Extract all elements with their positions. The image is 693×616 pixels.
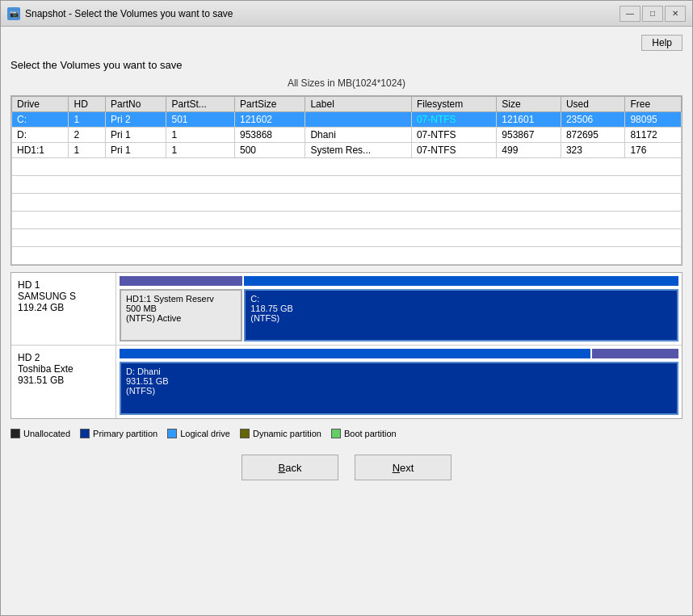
maximize-button[interactable]: □ xyxy=(642,6,663,22)
cell-size: 499 xyxy=(497,143,561,158)
hd2-sec-bar xyxy=(592,349,678,358)
hd2-main-bar xyxy=(120,349,590,358)
hd1-sys-bar xyxy=(120,276,242,286)
cell-label: System Res... xyxy=(305,143,411,158)
col-hd: HD xyxy=(69,97,105,112)
disk-row-hd1: HD 1 SAMSUNG S 119.24 GB HD1:1 System Re… xyxy=(11,273,682,346)
legend-label-primary: Primary partition xyxy=(93,429,158,438)
cell-partst: 501 xyxy=(166,112,234,128)
partition-system-res[interactable]: HD1:1 System Reserv 500 MB (NTFS) Active xyxy=(120,289,242,342)
cell-free: 176 xyxy=(625,143,682,158)
cell-drive: HD1:1 xyxy=(12,143,69,158)
cell-used: 323 xyxy=(561,143,625,158)
disk-partitions-hd2: D: Dhani 931.51 GB (NTFS) xyxy=(116,346,682,418)
legend-box-dynamic xyxy=(240,429,250,438)
disk-map: HD 1 SAMSUNG S 119.24 GB HD1:1 System Re… xyxy=(10,272,682,419)
table-row-empty xyxy=(12,158,682,176)
help-button[interactable]: Help xyxy=(641,35,682,51)
back-label: Back xyxy=(279,462,302,474)
window-title: Snapshot - Select the Volumes you want t… xyxy=(25,8,233,19)
close-button[interactable]: ✕ xyxy=(665,6,686,22)
disk-label-hd1: HD 1 SAMSUNG S 119.24 GB xyxy=(11,273,116,345)
cell-label xyxy=(305,112,411,128)
cell-size: 121601 xyxy=(497,112,561,128)
cell-size: 953867 xyxy=(497,128,561,143)
disk-label-hd2: HD 2 Toshiba Exte 931.51 GB xyxy=(11,346,116,418)
legend-primary: Primary partition xyxy=(80,429,158,438)
legend: Unallocated Primary partition Logical dr… xyxy=(10,425,682,442)
table-row-empty xyxy=(12,194,682,212)
disk-partitions-hd1: HD1:1 System Reserv 500 MB (NTFS) Active… xyxy=(116,273,682,345)
legend-label-boot: Boot partition xyxy=(344,429,397,438)
disk-row-hd2: HD 2 Toshiba Exte 931.51 GB D: Dhani 931 xyxy=(11,346,682,418)
col-label: Label xyxy=(305,97,411,112)
table-row[interactable]: HD1:1 1 Pri 1 1 500 System Res... 07-NTF… xyxy=(12,143,682,158)
col-size: Size xyxy=(497,97,561,112)
legend-boot: Boot partition xyxy=(331,429,397,438)
cell-drive: D: xyxy=(12,128,69,143)
cell-used: 872695 xyxy=(561,128,625,143)
disk-model-hd2: Toshiba Exte xyxy=(18,363,109,375)
legend-label-dynamic: Dynamic partition xyxy=(253,429,321,438)
table-row-empty xyxy=(12,247,682,265)
main-window: 📷 Snapshot - Select the Volumes you want… xyxy=(0,0,693,616)
partition-fs-c: (NTFS) xyxy=(250,313,672,323)
hd1-c-bar xyxy=(244,276,678,286)
volumes-table: Drive HD PartNo PartSt... PartSize Label… xyxy=(11,96,682,265)
cell-hd: 1 xyxy=(69,112,105,128)
table-row-empty xyxy=(12,229,682,247)
legend-logical: Logical drive xyxy=(167,429,230,438)
hd1-partition-details: HD1:1 System Reserv 500 MB (NTFS) Active… xyxy=(120,289,678,342)
legend-box-logical xyxy=(167,429,177,438)
disk-size-hd1: 119.24 GB xyxy=(18,302,109,313)
disk-name-hd1: HD 1 xyxy=(18,279,109,291)
window-content: Help Select the Volumes you want to save… xyxy=(1,27,692,615)
cell-label: Dhani xyxy=(305,128,411,143)
minimize-button[interactable]: — xyxy=(620,6,640,22)
next-button[interactable]: Next xyxy=(355,455,452,480)
partition-name-c: C: xyxy=(250,294,672,304)
table-row[interactable]: C: 1 Pri 2 501 121602 07-NTFS 121601 235… xyxy=(12,112,682,128)
col-free: Free xyxy=(625,97,682,112)
cell-filesystem: 07-NTFS xyxy=(411,143,496,158)
cell-filesystem: 07-NTFS xyxy=(411,128,496,143)
partition-name-d: D: Dhani xyxy=(126,367,672,376)
legend-box-boot xyxy=(331,429,341,438)
legend-label-logical: Logical drive xyxy=(180,429,230,438)
volumes-table-container: Drive HD PartNo PartSt... PartSize Label… xyxy=(10,95,682,266)
next-label: Next xyxy=(393,462,414,474)
partition-d-drive[interactable]: D: Dhani 931.51 GB (NTFS) xyxy=(120,362,678,415)
back-button[interactable]: Back xyxy=(242,455,338,480)
title-bar-left: 📷 Snapshot - Select the Volumes you want… xyxy=(7,7,233,20)
cell-free: 98095 xyxy=(625,112,682,128)
page-subtitle: Select the Volumes you want to save xyxy=(10,59,682,71)
col-partno: PartNo xyxy=(105,97,166,112)
disk-model-hd1: SAMSUNG S xyxy=(18,291,109,302)
hd2-partition-details: D: Dhani 931.51 GB (NTFS) xyxy=(120,362,678,415)
disk-size-hd2: 931.51 GB xyxy=(18,375,109,386)
partition-fs-d: (NTFS) xyxy=(126,386,672,396)
legend-unallocated: Unallocated xyxy=(10,429,70,438)
col-partst: PartSt... xyxy=(166,97,234,112)
legend-box-unallocated xyxy=(10,429,20,438)
partition-size-sysres: 500 MB xyxy=(126,304,236,313)
partition-name-sysres: HD1:1 System Reserv xyxy=(126,294,236,304)
sizes-label: All Sizes in MB(1024*1024) xyxy=(10,78,682,89)
cell-filesystem: 07-NTFS xyxy=(411,112,496,128)
table-header-row: Drive HD PartNo PartSt... PartSize Label… xyxy=(12,97,682,112)
app-icon: 📷 xyxy=(7,7,20,20)
cell-partsize: 121602 xyxy=(234,112,304,128)
legend-box-primary xyxy=(80,429,90,438)
legend-dynamic: Dynamic partition xyxy=(240,429,321,438)
cell-hd: 1 xyxy=(69,143,105,158)
partition-c-drive[interactable]: C: 118.75 GB (NTFS) xyxy=(244,289,678,342)
title-controls: — □ ✕ xyxy=(620,6,686,22)
help-row: Help xyxy=(10,35,682,51)
col-used: Used xyxy=(561,97,625,112)
cell-hd: 2 xyxy=(69,128,105,143)
partition-fs-sysres: (NTFS) Active xyxy=(126,313,236,323)
col-partsize: PartSize xyxy=(234,97,304,112)
cell-partst: 1 xyxy=(166,143,234,158)
col-filesystem: Filesystem xyxy=(411,97,496,112)
table-row[interactable]: D: 2 Pri 1 1 953868 Dhani 07-NTFS 953867… xyxy=(12,128,682,143)
